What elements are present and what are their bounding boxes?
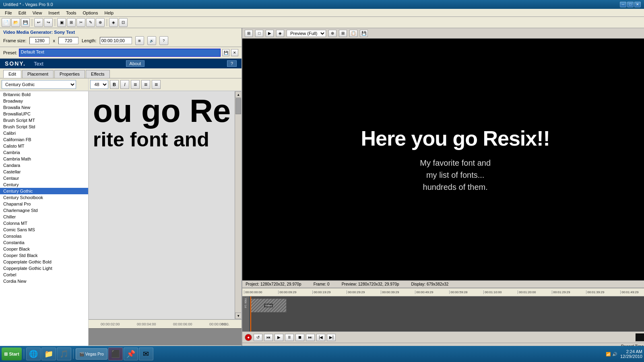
tool-5[interactable]: ⊕ xyxy=(96,18,105,27)
align-left-button[interactable]: ≡ xyxy=(131,80,140,89)
tool-6[interactable]: ◈ xyxy=(109,18,118,27)
menu-options[interactable]: Options xyxy=(80,10,101,16)
font-item-castellar[interactable]: Castellar xyxy=(0,169,88,175)
italic-button[interactable]: I xyxy=(120,80,129,89)
font-item-copperplate-light[interactable]: Copperplate Gothic Light xyxy=(0,265,88,272)
pause-button[interactable]: ⏸ xyxy=(285,334,294,341)
tab-placement[interactable]: Placement xyxy=(22,70,54,78)
font-item-copperplate-bold[interactable]: Copperplate Gothic Bold xyxy=(0,259,88,265)
font-item-century-schoolbook[interactable]: Century Schoolbook xyxy=(0,194,88,201)
open-button[interactable]: 📂 xyxy=(11,18,20,27)
preview-btn-4[interactable]: ◈ xyxy=(276,30,284,37)
taskbar-folder-icon[interactable]: 📁 xyxy=(41,348,56,360)
font-item-corbel[interactable]: Corbel xyxy=(0,272,88,278)
font-item-consolas[interactable]: Consolas xyxy=(0,233,88,239)
font-item-cooper-black[interactable]: Cooper Black xyxy=(0,246,88,252)
font-item-candara[interactable]: Candara xyxy=(0,162,88,169)
taskbar-vegas-item[interactable]: 🎬 Vegas Pro xyxy=(76,348,107,360)
taskbar-red-icon[interactable]: ⬛ xyxy=(108,348,123,360)
font-item-brush-script-mt[interactable]: Brush Script MT xyxy=(0,117,88,123)
about-button[interactable]: About xyxy=(126,60,145,67)
record-button[interactable]: ● xyxy=(245,334,252,341)
preview-scrollbar[interactable]: ▲ ▼ xyxy=(235,91,241,319)
font-item-century[interactable]: Century xyxy=(0,181,88,188)
taskbar-media-icon[interactable]: 🎵 xyxy=(57,348,71,360)
preview-btn-3[interactable]: ▶ xyxy=(266,30,274,37)
title-bar-controls[interactable]: ─ □ ✕ xyxy=(620,2,641,7)
prev-event-button[interactable]: |◀ xyxy=(316,334,325,341)
loop-button[interactable]: ↺ xyxy=(254,334,262,341)
preview-btn-5[interactable]: ⊕ xyxy=(328,30,336,37)
font-size-dropdown[interactable]: 48 xyxy=(90,80,108,89)
tab-edit[interactable]: Edit xyxy=(3,70,21,78)
font-item-calibri[interactable]: Calibri xyxy=(0,130,88,136)
preset-save-button[interactable]: 💾 xyxy=(222,49,229,56)
font-item-britannic[interactable]: Britannic Bold xyxy=(0,91,88,98)
font-item-constantia[interactable]: Constantia xyxy=(0,239,88,246)
menu-edit[interactable]: Edit xyxy=(15,10,29,16)
taskbar-pin-icon[interactable]: 📌 xyxy=(124,348,138,360)
font-item-browallaupc[interactable]: BrowalliaUPC xyxy=(0,111,88,117)
menu-help[interactable]: Help xyxy=(101,10,117,16)
tool-3[interactable]: ✂ xyxy=(76,18,85,27)
font-item-comic-sans[interactable]: Comic Sans MS xyxy=(0,226,88,233)
font-item-chaparral[interactable]: Chaparral Pro xyxy=(0,201,88,207)
close-button[interactable]: ✕ xyxy=(634,2,641,7)
font-item-centaur[interactable]: Centaur xyxy=(0,175,88,181)
scroll-down-button[interactable]: ▼ xyxy=(235,313,242,319)
font-item-broadway[interactable]: Broadway xyxy=(0,98,88,104)
tab-effects[interactable]: Effects xyxy=(86,70,109,78)
preview-btn-2[interactable]: □ xyxy=(255,30,263,37)
preset-delete-button[interactable]: ✕ xyxy=(231,49,238,56)
maximize-button[interactable]: □ xyxy=(627,2,634,7)
tab-properties[interactable]: Properties xyxy=(54,70,85,78)
font-item-charlemagne[interactable]: Charlemagne Std xyxy=(0,207,88,214)
preview-quality-select[interactable]: Preview (Full) xyxy=(287,30,326,37)
new-button[interactable]: 📄 xyxy=(2,18,10,27)
video-clip[interactable]: Video xyxy=(250,298,287,313)
menu-view[interactable]: View xyxy=(29,10,45,16)
align-right-button[interactable]: ≡ xyxy=(152,80,161,89)
preset-select[interactable]: Default Text xyxy=(19,49,221,57)
tool-4[interactable]: ✎ xyxy=(86,18,95,27)
go-end-button[interactable]: ⏭ xyxy=(306,334,315,341)
font-dropdown[interactable]: Century Gothic xyxy=(2,80,76,89)
length-input[interactable] xyxy=(100,37,132,44)
font-item-californian[interactable]: Californian FB xyxy=(0,136,88,143)
tool-7[interactable]: ⊡ xyxy=(119,18,128,27)
bold-button[interactable]: B xyxy=(110,80,119,89)
speaker-button[interactable]: 🔊 xyxy=(147,36,156,45)
font-item-cambria[interactable]: Cambria xyxy=(0,149,88,156)
scroll-track[interactable] xyxy=(235,98,241,313)
next-event-button[interactable]: ▶| xyxy=(327,334,336,341)
tool-2[interactable]: ⊞ xyxy=(67,18,76,27)
align-center-button[interactable]: ≡ xyxy=(141,80,150,89)
scroll-up-button[interactable]: ▲ xyxy=(235,91,242,98)
frame-height-input[interactable] xyxy=(58,37,78,44)
options-button[interactable]: ⊞ xyxy=(135,36,144,45)
preview-btn-1[interactable]: ⊞ xyxy=(245,30,253,37)
play-button[interactable]: ▶ xyxy=(275,334,283,341)
font-item-calisto[interactable]: Calisto MT xyxy=(0,143,88,149)
minimize-button[interactable]: ─ xyxy=(620,2,626,7)
start-button[interactable]: ⊞ Start xyxy=(2,348,22,360)
scroll-thumb[interactable] xyxy=(235,98,241,114)
undo-button[interactable]: ↩ xyxy=(34,18,43,27)
font-item-cordia[interactable]: Cordia New xyxy=(0,278,88,284)
preview-btn-6[interactable]: ⊞ xyxy=(339,30,347,37)
font-item-cambria-math[interactable]: Cambria Math xyxy=(0,156,88,162)
font-item-brush-script-std[interactable]: Brush Script Std xyxy=(0,123,88,130)
font-item-cooper-std[interactable]: Cooper Std Black xyxy=(0,252,88,259)
preview-copy-button[interactable]: 📋 xyxy=(349,30,357,37)
help-button[interactable]: ? xyxy=(159,36,168,45)
preview-save-button[interactable]: 💾 xyxy=(360,30,368,37)
tool-1[interactable]: ▣ xyxy=(57,18,66,27)
font-item-colonna[interactable]: Colonna MT xyxy=(0,220,88,226)
go-start-button[interactable]: ⏮ xyxy=(264,334,273,341)
save-button[interactable]: 💾 xyxy=(21,18,30,27)
stop-button[interactable]: ⏹ xyxy=(295,334,304,341)
taskbar-ie-icon[interactable]: 🌐 xyxy=(26,348,41,360)
info-button[interactable]: ? xyxy=(227,60,237,67)
taskbar-envelope-icon[interactable]: ✉ xyxy=(139,348,153,360)
font-list[interactable]: Britannic Bold Broadway Browalla New Bro… xyxy=(0,91,89,352)
